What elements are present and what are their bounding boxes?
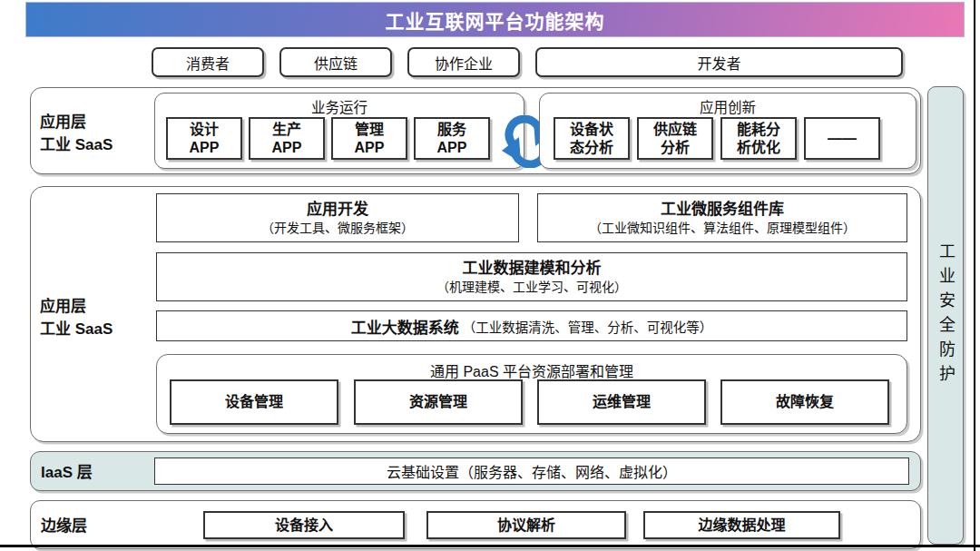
box-big-data: 工业大数据系统 （工业数据清洗、管理、分析、可视化等） (156, 310, 907, 341)
actor-box-partner-enterprise: 协作企业 (407, 47, 520, 77)
actor-box-developer: 开发者 (535, 47, 903, 77)
paas-item-resource-management: 资源管理 (354, 379, 523, 425)
actor-label-partner-enterprise: 协作企业 (435, 52, 493, 74)
box-cloud-infra: 云基础设置（服务器、存储、网络、虚拟化） (154, 458, 909, 485)
paas-item-device-management-label: 设备管理 (225, 393, 283, 411)
edge-item-edge-data-processing-label: 边缘数据处理 (698, 517, 785, 535)
layer-label-edge: 边缘层 (41, 516, 87, 538)
box-cloud-infra-label: 云基础设置（服务器、存储、网络、虚拟化） (387, 460, 677, 482)
actor-box-consumer: 消费者 (152, 47, 264, 77)
box-microservice-lib-subtitle: （工业微知识组件、算法组件、原理模型组件） (589, 220, 856, 236)
actor-label-supply-chain: 供应链 (314, 52, 358, 74)
box-data-modeling-title: 工业数据建模和分析 (463, 259, 602, 278)
app-item-management-label: 管理 APP (355, 121, 385, 156)
box-data-modeling-subtitle: （机理建模、工业学习、可视化） (436, 279, 627, 295)
paas-item-fault-recovery-label: 故障恢复 (776, 393, 834, 411)
actor-label-developer: 开发者 (697, 52, 740, 74)
app-item-design-label: 设计 APP (190, 121, 220, 156)
edge-item-protocol-parsing-label: 协议解析 (497, 517, 555, 535)
box-microservice-lib-title: 工业微服务组件库 (661, 200, 784, 219)
title-banner: 工业互联网平台功能架构 (25, 2, 965, 37)
app-item-design: 设计 APP (166, 117, 242, 160)
app-item-production: 生产 APP (249, 117, 325, 160)
innovation-item-energy-optimization: 能耗分 析优化 (720, 117, 797, 160)
box-microservice-lib: 工业微服务组件库 （工业微知识组件、算法组件、原理模型组件） (537, 193, 907, 242)
group-title-paas: 通用 PaaS 平台资源部署和管理 (156, 359, 907, 381)
paas-item-fault-recovery: 故障恢复 (720, 379, 889, 425)
app-item-management: 管理 APP (331, 117, 407, 160)
innovation-item-supply-chain-analysis-label: 供应链 分析 (653, 121, 697, 156)
group-title-business-run: 业务运行 (154, 96, 524, 116)
edge-item-device-access-label: 设备接入 (275, 517, 333, 535)
innovation-item-supply-chain-analysis: 供应链 分析 (637, 117, 713, 160)
innovation-item-equipment-status-label: 设备状 态分析 (570, 121, 613, 156)
innovation-item-energy-optimization-label: 能耗分 析优化 (737, 121, 780, 156)
frame-right-line (974, 0, 975, 551)
box-big-data-title: 工业大数据系统 (351, 315, 459, 338)
box-app-dev: 应用开发 （开发工具、微服务框架） (156, 193, 519, 242)
box-app-dev-subtitle: （开发工具、微服务框架） (261, 220, 414, 236)
innovation-item-equipment-status: 设备状 态分析 (554, 117, 630, 160)
layer-label-iaas: IaaS 层 (41, 462, 93, 485)
edge-item-device-access: 设备接入 (203, 511, 405, 539)
edge-item-edge-data-processing: 边缘数据处理 (643, 511, 840, 539)
innovation-item-placeholder: —— (804, 117, 880, 160)
box-big-data-subtitle: （工业数据清洗、管理、分析、可视化等） (463, 317, 713, 336)
app-item-service-label: 服务 APP (437, 121, 467, 156)
paas-item-device-management: 设备管理 (170, 379, 338, 425)
layer-label-saas-main: 应用层 工业 SaaS (40, 296, 151, 340)
box-data-modeling: 工业数据建模和分析 （机理建模、工业学习、可视化） (156, 252, 907, 301)
box-app-dev-title: 应用开发 (307, 200, 368, 219)
innovation-item-placeholder-label: —— (828, 130, 857, 148)
app-item-service: 服务 APP (414, 117, 490, 160)
frame-bottom-line (0, 545, 980, 547)
edge-item-protocol-parsing: 协议解析 (426, 511, 626, 539)
actor-label-consumer: 消费者 (186, 52, 230, 74)
paas-item-resource-management-label: 资源管理 (409, 393, 467, 411)
security-bar: 工业安全防护 (927, 86, 964, 545)
paas-item-ops-management-label: 运维管理 (593, 393, 651, 411)
actor-box-supply-chain: 供应链 (279, 47, 392, 77)
layer-label-saas-top: 应用层 工业 SaaS (40, 112, 151, 156)
security-bar-label: 工业安全防护 (934, 242, 957, 389)
app-item-production-label: 生产 APP (272, 121, 302, 156)
paas-item-ops-management: 运维管理 (537, 379, 706, 425)
page-title: 工业互联网平台功能架构 (386, 6, 605, 34)
group-title-app-innovation: 应用创新 (539, 96, 916, 116)
